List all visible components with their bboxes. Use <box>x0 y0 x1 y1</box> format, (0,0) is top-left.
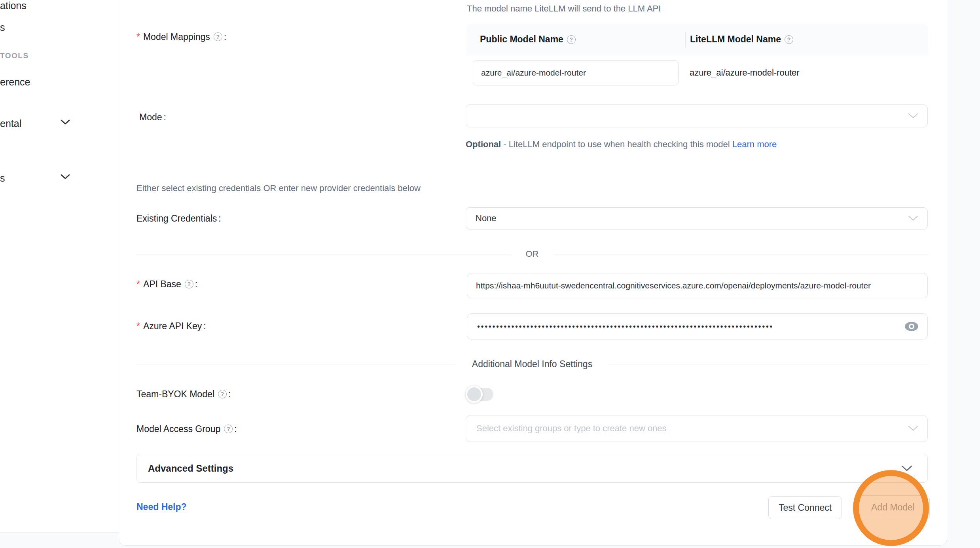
model-mappings-label: * Model Mappings ? : <box>136 31 226 43</box>
help-circle-icon[interactable]: ? <box>185 280 193 288</box>
sidebar-item-truncated-1[interactable]: ations <box>0 0 27 11</box>
team-byok-label: Team-BYOK Model ? : <box>136 388 231 400</box>
chevron-down-icon <box>900 465 913 472</box>
required-asterisk: * <box>136 320 140 332</box>
mode-select[interactable] <box>466 104 928 127</box>
azure-api-key-input[interactable]: ••••••••••••••••••••••••••••••••••••••••… <box>467 313 928 339</box>
add-model-page: ations s TOOLS erence ental s The model … <box>0 0 980 548</box>
chevron-down-icon <box>908 425 919 432</box>
sidebar: ations s TOOLS erence ental s <box>0 0 119 533</box>
public-model-name-header: Public Model Name ? <box>466 34 686 45</box>
sidebar-item-truncated-5[interactable]: s <box>0 172 5 184</box>
required-asterisk: * <box>136 278 140 290</box>
masked-api-key: ••••••••••••••••••••••••••••••••••••••••… <box>477 322 773 330</box>
chevron-down-icon <box>908 113 919 119</box>
mode-help-text: Optional - LiteLLM endpoint to use when … <box>466 136 786 153</box>
sidebar-item-truncated-3[interactable]: erence <box>0 76 30 88</box>
sidebar-item-label: erence <box>0 76 30 87</box>
credentials-note: Either select existing credentials OR en… <box>136 182 421 194</box>
api-base-label: * API Base ? : <box>136 278 197 290</box>
model-name-help-text: The model name LiteLLM will send to the … <box>467 3 661 15</box>
model-access-group-select[interactable]: Select existing groups or type to create… <box>466 415 928 442</box>
help-circle-icon[interactable]: ? <box>214 32 222 41</box>
advanced-settings-title: Advanced Settings <box>148 463 900 474</box>
help-circle-icon[interactable]: ? <box>785 35 793 44</box>
sidebar-item-truncated-4[interactable]: ental <box>0 118 21 129</box>
existing-credentials-select[interactable]: None <box>466 207 928 229</box>
api-base-input[interactable] <box>467 273 928 298</box>
chevron-down-icon <box>908 215 919 222</box>
sidebar-item-label: s <box>0 22 5 33</box>
advanced-settings-panel[interactable]: Advanced Settings <box>136 454 928 483</box>
sidebar-section-label: TOOLS <box>0 51 29 60</box>
required-asterisk: * <box>136 31 140 43</box>
team-byok-toggle[interactable] <box>467 388 493 401</box>
add-model-button[interactable]: Add Model <box>856 495 930 519</box>
public-model-name-input[interactable] <box>473 60 679 85</box>
azure-api-key-label: * Azure API Key : <box>136 320 206 332</box>
chevron-down-icon[interactable] <box>60 119 70 125</box>
need-help-link[interactable]: Need Help? <box>136 502 187 512</box>
model-mappings-header-row: Public Model Name ? LiteLLM Model Name ? <box>466 24 928 55</box>
column-divider <box>685 32 686 47</box>
sidebar-item-truncated-2[interactable]: s <box>0 21 5 33</box>
help-circle-icon[interactable]: ? <box>567 35 576 44</box>
litellm-model-name-value: azure_ai/azure-model-router <box>690 67 800 78</box>
help-circle-icon[interactable]: ? <box>218 390 227 398</box>
model-mappings-table: Public Model Name ? LiteLLM Model Name ?… <box>466 24 928 114</box>
toggle-knob <box>466 386 483 403</box>
chevron-down-icon[interactable] <box>60 174 70 180</box>
or-divider: OR <box>136 248 928 260</box>
test-connect-button[interactable]: Test Connect <box>768 496 842 519</box>
sidebar-item-label: ations <box>0 0 27 11</box>
existing-credentials-label: Existing Credentials : <box>136 212 221 224</box>
mode-label: Mode : <box>139 111 166 123</box>
sidebar-item-label: ental <box>0 118 21 129</box>
help-circle-icon[interactable]: ? <box>224 425 233 433</box>
litellm-model-name-header: LiteLLM Model Name ? <box>686 34 793 45</box>
learn-more-link[interactable]: Learn more <box>732 139 777 149</box>
sidebar-section-tools: TOOLS <box>0 51 29 61</box>
additional-settings-divider: Additional Model Info Settings <box>136 358 928 370</box>
model-access-group-label: Model Access Group ? : <box>136 423 237 435</box>
sidebar-item-label: s <box>0 173 5 184</box>
eye-icon[interactable] <box>904 320 919 332</box>
